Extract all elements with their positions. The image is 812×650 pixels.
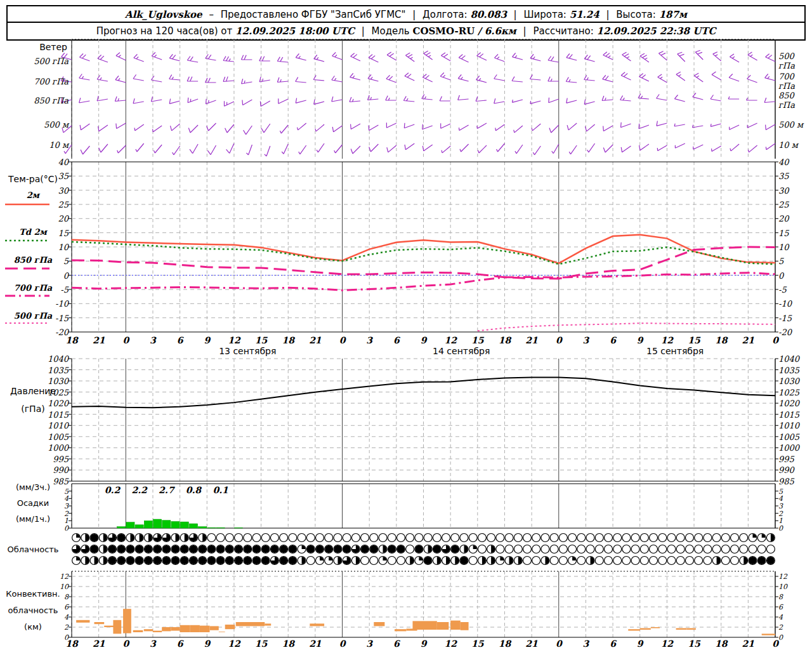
wind-barb [116,53,126,60]
wind-barb [513,53,523,60]
wind-barb [422,74,432,82]
precip-bar [189,524,197,528]
x-hour-label: 3 [583,335,589,345]
x-hour-label: 18 [499,335,511,345]
cloud-symbol-high [451,534,459,542]
wind-barb [766,143,775,150]
cloud-symbol-high [406,534,414,542]
cloud-fill-low [172,557,180,564]
cloud-fill-middle [181,545,188,553]
cloud-symbol-high [216,534,225,542]
precip-ytick-right: 5 [778,487,811,495]
cloud-symbol-high [252,534,261,542]
convective-ytick-left: 2 [0,623,69,632]
wind-barb [386,96,396,100]
wind-barb [548,56,559,63]
cloud-fill-middle [280,545,287,553]
temp-ytick-right: -15 [778,313,811,322]
x-hour-label: 9 [421,335,427,345]
pressure-ytick-left: 1020 [0,399,69,408]
wind-barb [552,144,559,154]
pressure-ytick-left: 1000 [0,443,69,453]
x-hour-label: 18 [715,335,727,345]
wind-barb [567,123,577,130]
cloud-symbol-high [289,534,297,542]
cloud-fill-middle [433,545,441,553]
cloud-symbol-middle [704,545,712,554]
wind-barb [403,96,414,102]
cloud-symbol-high [640,534,648,542]
cloud-fill-low [76,557,80,560]
x-hour-label-bottom: 12 [661,639,673,649]
wind-barb [695,50,703,60]
cloud-symbol-high [270,534,278,542]
convective-ytick-right: 4 [778,613,811,621]
cloud-symbol-high [244,534,252,542]
cloud-symbol-high [568,534,577,542]
wind-barb [549,98,559,103]
cloud-symbol-high [523,534,532,542]
convective-cloud-bar [225,625,235,629]
cloud-symbol-low [613,557,622,565]
convective-cloud-bar [153,631,162,632]
x-hour-label-bottom: 18 [499,639,511,649]
cloud-fill-low [162,557,170,564]
wind-barb [710,95,721,102]
wind-barb [441,53,450,61]
convective-ytick-right: 2 [778,623,811,632]
wind-barb [458,95,469,100]
pressure-ytick-left: 1040 [0,354,69,364]
wind-barb [332,76,343,83]
wind-barb [81,146,89,154]
cloud-symbol-middle [532,545,540,554]
cloud-fill-low [262,557,270,564]
cloudiness-label: Облачность [1,545,65,554]
x-hour-label: 0 [339,335,346,345]
cloud-symbol-high [704,534,712,542]
convective-ytick-right: 8 [778,593,811,601]
temp-ytick-left: 40 [0,157,69,167]
wind-barb [766,124,775,130]
wind-barb [99,144,108,152]
wind-barb [514,126,523,133]
wind-barb [515,145,523,154]
convective-cloud-bar [133,630,143,632]
wind-barb [223,56,234,62]
wind-barb [494,98,505,103]
wind-barb [657,121,667,126]
convective-ytick-right: 12 [778,573,811,581]
wind-barb [764,98,775,103]
wind-barb [532,124,540,131]
convective-cloud-bar [104,626,114,627]
convective-cloud-bar [95,622,105,624]
cloud-symbol-middle [568,545,577,554]
cloud-symbol-high [487,534,495,542]
cloud-symbol-high [667,534,676,542]
wind-barb [674,124,685,126]
wind-barb [278,98,288,103]
wind-barb [79,98,90,103]
cloud-symbol-low [306,557,315,565]
cloud-symbol-middle [595,545,603,554]
x-hour-label: 6 [177,335,183,345]
cloud-fill-low [145,557,152,564]
wind-barb [728,96,739,99]
wind-barb [153,126,162,132]
cloud-fill-low [207,557,215,564]
wind-barb [766,54,775,62]
cloud-symbol-middle [650,545,658,554]
cloud-fill-low [572,557,576,560]
wind-barb [712,146,721,152]
cloud-symbol-middle [577,545,586,554]
date-label: 13 сентября [219,346,276,356]
cloud-symbol-middle [559,545,567,554]
convective-cloud-bar [190,625,200,632]
cloud-symbol-high [541,534,549,542]
x-hour-label-bottom: 6 [393,639,400,649]
precip-ytick-left: 0 [0,524,69,533]
wind-barb [117,145,126,153]
cloud-fill-middle [199,545,206,553]
cloud-symbol-low [595,557,603,565]
cloud-fill-middle [302,545,306,549]
cloud-symbol-high [631,534,639,542]
